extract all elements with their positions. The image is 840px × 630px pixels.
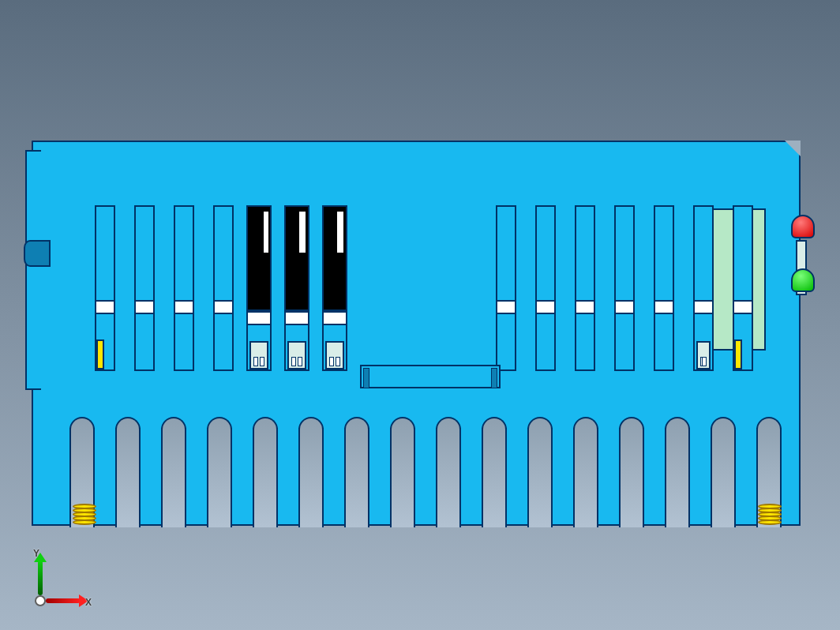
spring-left[interactable]: [73, 505, 96, 529]
slot-5-black[interactable]: [246, 205, 272, 371]
pin-right: [336, 357, 340, 366]
slot-band: [175, 300, 193, 314]
slot-band: [497, 300, 515, 314]
slot-band: [616, 300, 633, 314]
x-axis-label: X: [85, 597, 92, 608]
pin-right: [298, 357, 302, 366]
fin-gap: [482, 417, 507, 527]
slot-7-black[interactable]: [322, 205, 347, 371]
slot-opening: [576, 207, 594, 287]
slot-band: [695, 300, 712, 314]
fin-gap: [527, 417, 553, 527]
fin-gap: [115, 417, 141, 527]
heatsink-fins[interactable]: [32, 395, 801, 526]
slot-band: [136, 300, 153, 314]
slot-13[interactable]: [693, 205, 714, 371]
slot-band: [576, 300, 594, 314]
fin-gap: [344, 417, 369, 527]
center-mounting-plate[interactable]: [360, 365, 501, 388]
pin-left: [329, 357, 334, 366]
y-axis-arrow: [38, 561, 43, 595]
slot-opening: [655, 207, 673, 287]
slot-black-insert: [248, 207, 270, 311]
fin-gap: [390, 417, 415, 527]
triad-origin: [35, 595, 46, 606]
insert-stripe: [299, 212, 306, 253]
fin-gap: [207, 417, 232, 527]
slot-1[interactable]: [95, 205, 115, 371]
pin-left: [291, 357, 296, 366]
fin-gap: [298, 417, 324, 527]
slot-opening: [695, 207, 712, 287]
slot-band: [734, 300, 752, 314]
terminal-block[interactable]: [249, 341, 268, 369]
insert-stripe: [264, 212, 268, 253]
coordinate-triad[interactable]: X Y: [19, 548, 90, 611]
fin-gap: [573, 417, 598, 527]
yellow-terminal: [734, 339, 742, 369]
pin-left: [253, 357, 258, 366]
slot-opening: [616, 207, 633, 287]
spring-right[interactable]: [758, 505, 782, 529]
slot-band: [96, 300, 114, 314]
fin-gap: [665, 417, 690, 527]
fin-gap: [253, 417, 278, 527]
slot-10[interactable]: [575, 205, 595, 371]
slot-band: [537, 300, 554, 314]
slot-opening: [136, 207, 153, 287]
enclosure-body[interactable]: [32, 141, 801, 396]
slot-12[interactable]: [654, 205, 674, 371]
slot-3[interactable]: [174, 205, 194, 371]
slot-opening: [497, 207, 515, 287]
slot-black-insert: [324, 207, 346, 311]
slot-opening: [175, 207, 193, 287]
pin-right: [702, 357, 707, 366]
terminal-block[interactable]: [696, 341, 711, 369]
slot-14[interactable]: [733, 205, 753, 371]
slot-band: [248, 311, 270, 325]
slot-9[interactable]: [535, 205, 556, 371]
terminal-block[interactable]: [287, 341, 306, 369]
slot-opening: [215, 207, 232, 287]
yellow-terminal: [96, 339, 104, 369]
insert-stripe: [337, 212, 343, 253]
corner-chamfer: [785, 141, 801, 156]
led-green[interactable]: [791, 268, 815, 292]
slot-opening: [537, 207, 554, 287]
y-axis-label: Y: [33, 548, 39, 559]
slot-8[interactable]: [496, 205, 516, 371]
slot-opening: [96, 207, 114, 287]
slot-band: [215, 300, 232, 314]
slot-11[interactable]: [614, 205, 635, 371]
cad-viewport[interactable]: X Y: [0, 0, 840, 630]
pin-right: [260, 357, 264, 366]
fin-gap: [619, 417, 644, 527]
slot-black-insert: [286, 207, 308, 311]
terminal-block[interactable]: [325, 341, 344, 369]
fin-gap: [711, 417, 736, 527]
slot-4[interactable]: [213, 205, 234, 371]
fin-gap: [161, 417, 186, 527]
slot-2[interactable]: [134, 205, 155, 371]
fin-gap: [436, 417, 461, 527]
slot-band: [324, 311, 346, 325]
model-assembly[interactable]: [24, 141, 816, 526]
slot-band: [655, 300, 673, 314]
slot-6-black[interactable]: [284, 205, 309, 371]
led-red[interactable]: [791, 215, 815, 238]
x-axis-arrow: [46, 598, 81, 603]
slot-opening: [734, 207, 752, 287]
slot-band: [286, 311, 308, 325]
